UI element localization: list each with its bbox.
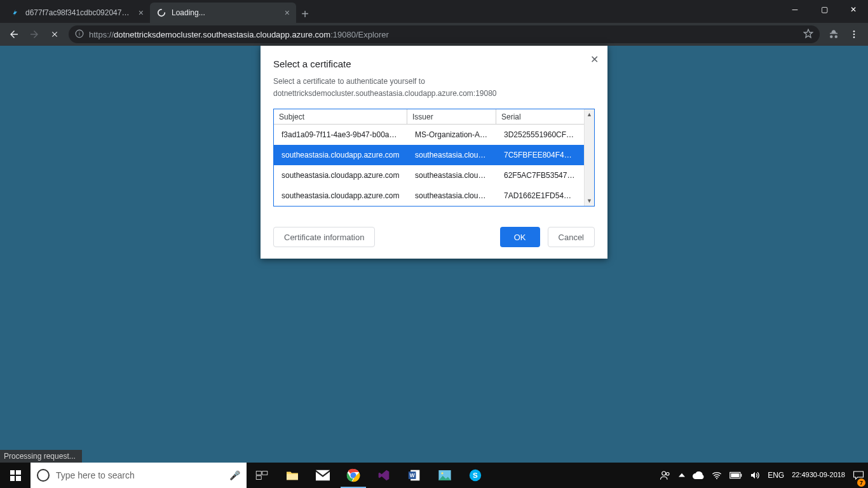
window-controls: ─ ▢ ✕: [780, 0, 868, 19]
scrollbar[interactable]: ▲ ▼: [584, 109, 594, 206]
tab-strip: d677f7ac98f341cdbc092047b0a8 × Loading..…: [0, 0, 868, 23]
stop-reload-button[interactable]: [46, 25, 64, 43]
tab-title: Loading...: [172, 8, 280, 17]
system-tray: ENG 22:49 30-09-2018 7: [656, 463, 868, 488]
word-icon[interactable]: W: [399, 463, 430, 488]
tab-title: d677f7ac98f341cdbc092047b0a8: [25, 8, 133, 17]
search-placeholder: Type here to search: [56, 470, 135, 480]
mail-icon[interactable]: [308, 463, 338, 488]
bookmark-star-icon[interactable]: [803, 29, 813, 41]
onedrive-icon[interactable]: [689, 463, 708, 488]
browser-window: d677f7ac98f341cdbc092047b0a8 × Loading..…: [0, 0, 868, 46]
close-window-button[interactable]: ✕: [839, 0, 868, 19]
loading-spinner-icon: [156, 8, 166, 18]
svg-rect-22: [741, 474, 742, 477]
language-indicator[interactable]: ENG: [764, 463, 788, 488]
tray-chevron-up-icon[interactable]: [675, 463, 689, 488]
action-center-icon[interactable]: 7: [849, 463, 868, 488]
visual-studio-icon[interactable]: [369, 463, 399, 488]
site-info-icon[interactable]: i: [75, 29, 84, 40]
maximize-button[interactable]: ▢: [810, 0, 839, 19]
svg-point-15: [441, 472, 443, 474]
browser-status-text: Processing request...: [0, 450, 82, 463]
windows-taskbar: Type here to search 🎤 W S: [0, 463, 868, 488]
close-dialog-button[interactable]: ✕: [590, 53, 599, 65]
windows-logo-icon: [10, 470, 21, 481]
table-body: f3ad1a09-7f11-4ae3-9b47-b00ad4d... MS-Or…: [274, 125, 594, 206]
new-tab-button[interactable]: +: [296, 5, 314, 23]
svg-point-18: [662, 471, 666, 475]
svg-point-3: [853, 34, 855, 36]
minimize-button[interactable]: ─: [780, 0, 810, 19]
task-view-button[interactable]: [247, 463, 277, 488]
certificate-dialog: ✕ Select a certificate Select a certific…: [261, 46, 607, 259]
table-row[interactable]: southeastasia.cloudapp.azure.com southea…: [274, 165, 584, 186]
certificate-table: Subject Issuer Serial f3ad1a09-7f11-4ae3…: [273, 109, 595, 207]
table-row[interactable]: southeastasia.cloudapp.azure.com southea…: [274, 186, 584, 206]
forward-button[interactable]: [25, 25, 43, 43]
svg-point-19: [667, 473, 670, 476]
incognito-icon[interactable]: [825, 25, 843, 43]
taskbar-search[interactable]: Type here to search 🎤: [31, 463, 247, 488]
taskbar-clock[interactable]: 22:49 30-09-2018: [788, 463, 849, 488]
wifi-icon[interactable]: [708, 463, 726, 488]
svg-text:i: i: [79, 30, 80, 36]
close-tab-icon[interactable]: ×: [139, 8, 144, 17]
url-text: https://dotnettricksdemocluster.southeas…: [89, 30, 389, 39]
dialog-title: Select a certificate: [273, 58, 595, 69]
scroll-down-icon[interactable]: ▼: [585, 196, 594, 206]
address-bar[interactable]: i https://dotnettricksdemocluster.southe…: [69, 25, 820, 43]
table-header: Subject Issuer Serial: [274, 109, 594, 125]
svg-point-4: [853, 36, 855, 38]
page-viewport: ✕ Select a certificate Select a certific…: [0, 46, 868, 463]
svg-rect-7: [256, 476, 261, 480]
azure-favicon-icon: [10, 8, 20, 18]
file-explorer-icon[interactable]: [277, 463, 308, 488]
ok-button[interactable]: OK: [500, 227, 540, 247]
dialog-footer: Certificate information OK Cancel: [273, 227, 595, 247]
microphone-icon[interactable]: 🎤: [229, 470, 240, 480]
certificate-information-button[interactable]: Certificate information: [273, 227, 375, 247]
dialog-message: Select a certificate to authenticate you…: [273, 76, 595, 100]
svg-text:W: W: [410, 472, 415, 478]
chrome-icon[interactable]: [338, 463, 369, 488]
table-row[interactable]: southeastasia.cloudapp.azure.com southea…: [274, 145, 584, 165]
svg-text:S: S: [473, 471, 478, 479]
table-row[interactable]: f3ad1a09-7f11-4ae3-9b47-b00ad4d... MS-Or…: [274, 125, 584, 145]
notification-count-badge: 7: [857, 478, 865, 487]
scroll-up-icon[interactable]: ▲: [585, 109, 594, 119]
cortana-icon: [37, 469, 50, 482]
column-issuer[interactable]: Issuer: [407, 109, 496, 124]
volume-icon[interactable]: [746, 463, 764, 488]
browser-tab[interactable]: d677f7ac98f341cdbc092047b0a8 ×: [4, 3, 150, 23]
cancel-button[interactable]: Cancel: [548, 227, 595, 247]
column-serial[interactable]: Serial: [496, 109, 583, 124]
browser-tab[interactable]: Loading... ×: [150, 3, 296, 23]
svg-rect-23: [731, 473, 739, 477]
battery-icon[interactable]: [726, 463, 746, 488]
menu-button[interactable]: [845, 25, 863, 43]
people-icon[interactable]: [656, 463, 675, 488]
svg-point-2: [853, 30, 855, 32]
svg-rect-5: [256, 471, 261, 475]
start-button[interactable]: [0, 463, 31, 488]
back-button[interactable]: [5, 25, 23, 43]
column-subject[interactable]: Subject: [274, 109, 407, 124]
photos-icon[interactable]: [430, 463, 460, 488]
svg-point-20: [716, 478, 717, 479]
browser-toolbar: i https://dotnettricksdemocluster.southe…: [0, 23, 868, 46]
skype-icon[interactable]: S: [460, 463, 491, 488]
close-tab-icon[interactable]: ×: [285, 8, 290, 17]
svg-rect-6: [262, 471, 268, 475]
